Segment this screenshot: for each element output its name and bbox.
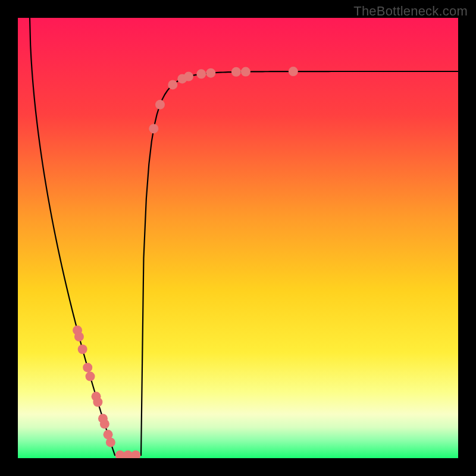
watermark-text: TheBottleneck.com — [353, 4, 468, 19]
data-point — [78, 345, 87, 354]
data-point — [106, 437, 115, 447]
data-point — [93, 397, 102, 407]
data-point — [231, 67, 241, 77]
chart-frame: TheBottleneck.com — [0, 0, 476, 476]
data-point — [100, 419, 109, 428]
data-point — [206, 68, 215, 78]
data-point — [155, 100, 165, 109]
data-point — [149, 124, 158, 133]
gradient-background — [18, 18, 458, 458]
chart-svg — [18, 18, 458, 458]
data-point — [83, 363, 92, 372]
plot-area — [18, 18, 458, 458]
data-point — [86, 372, 95, 381]
data-point — [184, 72, 193, 82]
data-point — [74, 332, 84, 342]
data-point — [168, 80, 177, 89]
data-point — [196, 69, 206, 79]
data-point — [289, 67, 298, 76]
data-point — [241, 67, 250, 77]
